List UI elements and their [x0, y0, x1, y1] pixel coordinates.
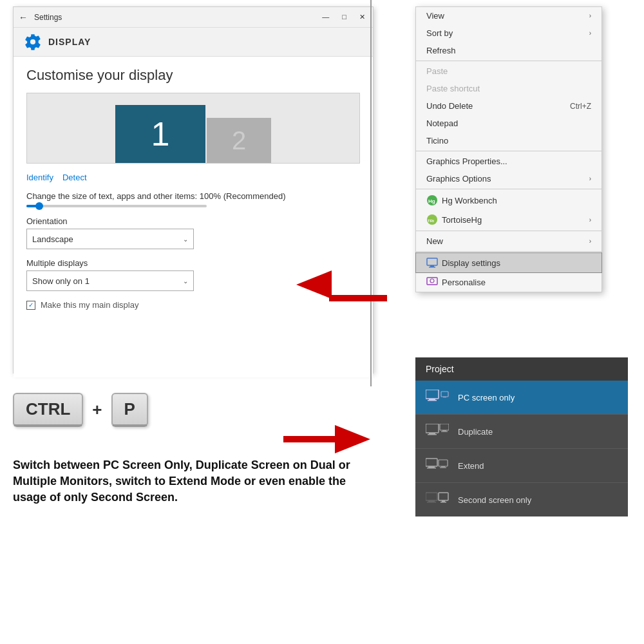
close-button[interactable]: ✕: [357, 13, 368, 21]
red-arrow-left: [296, 270, 387, 301]
ctrl-key: CTRL: [13, 393, 83, 427]
window-title: Settings: [34, 13, 319, 22]
context-menu-view[interactable]: View ›: [416, 7, 601, 24]
gear-icon: [24, 33, 42, 51]
arrow-icon: ›: [589, 216, 591, 223]
extend-icon: [426, 458, 449, 473]
monitor-2[interactable]: 2: [207, 118, 271, 163]
svg-rect-15: [429, 433, 435, 434]
main-display-label: Make this my main display: [41, 300, 138, 310]
divider-line: [370, 0, 372, 386]
svg-rect-6: [429, 267, 435, 268]
display-icon: [426, 257, 438, 269]
project-second-screen-only[interactable]: Second screen only: [415, 483, 628, 516]
title-bar: ← Settings — □ ✕: [14, 7, 373, 28]
svg-point-8: [430, 279, 434, 283]
chevron-down-icon-2: ⌄: [183, 278, 188, 285]
context-menu-paste: Paste: [416, 62, 601, 80]
svg-text:Hg: Hg: [428, 198, 435, 204]
pc-screen-icon: [426, 390, 449, 405]
maximize-button[interactable]: □: [339, 13, 349, 21]
svg-rect-23: [439, 460, 448, 466]
context-menu-sort-by[interactable]: Sort by ›: [416, 24, 601, 42]
keyboard-shortcut-section: CTRL + P: [13, 393, 148, 427]
svg-rect-11: [428, 400, 437, 401]
svg-text:TRt: TRt: [428, 219, 434, 223]
identify-link[interactable]: Identify: [26, 173, 53, 182]
multiple-displays-value: Show only on 1: [32, 276, 90, 286]
arrow-icon: ›: [589, 30, 591, 37]
context-menu-hg-workbench[interactable]: Hg Hg Workbench: [416, 191, 601, 210]
back-button[interactable]: ←: [19, 12, 28, 23]
context-menu: View › Sort by › Refresh Paste Paste sho…: [415, 6, 602, 292]
svg-rect-22: [427, 468, 436, 469]
project-panel-header: Project: [415, 357, 628, 381]
svg-rect-14: [426, 424, 439, 433]
separator-1: [416, 61, 601, 61]
svg-rect-20: [426, 459, 437, 466]
pc-screen-only-label: PC screen only: [458, 393, 515, 402]
svg-rect-10: [429, 399, 435, 400]
duplicate-icon: [426, 424, 449, 439]
context-menu-graphics-properties[interactable]: Graphics Properties...: [416, 153, 601, 170]
multiple-displays-dropdown[interactable]: Show only on 1 ⌄: [26, 270, 194, 291]
svg-rect-17: [440, 424, 449, 430]
svg-rect-21: [428, 466, 435, 468]
settings-section-label: DISPLAY: [48, 37, 91, 47]
multiple-displays-label: Multiple displays: [26, 258, 360, 268]
svg-rect-27: [428, 500, 435, 502]
svg-rect-31: [440, 502, 446, 503]
slider-thumb[interactable]: [35, 202, 43, 210]
orientation-dropdown[interactable]: Landscape ⌄: [26, 229, 194, 249]
monitor-1[interactable]: 1: [115, 105, 205, 163]
slider-track: [26, 205, 207, 207]
identify-detect-row: Identify Detect: [26, 173, 360, 182]
separator-4: [416, 231, 601, 231]
svg-rect-18: [442, 430, 446, 431]
orientation-value: Landscape: [32, 234, 73, 244]
svg-rect-30: [442, 500, 445, 502]
hg-icon: Hg: [426, 194, 438, 206]
project-extend[interactable]: Extend: [415, 449, 628, 482]
context-menu-refresh[interactable]: Refresh: [416, 42, 601, 59]
context-menu-display-settings[interactable]: Display settings: [416, 253, 601, 272]
page-title: Customise your display: [26, 67, 360, 84]
extend-label: Extend: [458, 461, 484, 471]
description-text: Switch between PC Screen Only, Duplicate…: [13, 457, 361, 506]
context-menu-new[interactable]: New ›: [416, 232, 601, 250]
arrow-icon: ›: [589, 12, 591, 19]
separator-3: [416, 189, 601, 189]
change-size-label: Change the size of text, apps and other …: [26, 191, 360, 201]
personalise-icon: [426, 276, 438, 288]
svg-rect-24: [441, 466, 445, 468]
arrow-icon: ›: [589, 238, 591, 245]
context-menu-ticino[interactable]: Ticino: [416, 132, 601, 149]
second-screen-only-label: Second screen only: [458, 495, 531, 505]
detect-link[interactable]: Detect: [62, 173, 87, 182]
size-slider[interactable]: [26, 205, 360, 207]
settings-window: ← Settings — □ ✕ DISPLAY Customise your …: [13, 6, 374, 374]
svg-rect-29: [439, 493, 448, 500]
second-screen-icon: [426, 492, 449, 507]
context-menu-graphics-options[interactable]: Graphics Options ›: [416, 170, 601, 187]
context-menu-undo-delete[interactable]: Undo Delete Ctrl+Z: [416, 97, 601, 115]
separator-2: [416, 151, 601, 151]
svg-rect-25: [440, 468, 446, 468]
minimize-button[interactable]: —: [319, 13, 332, 21]
project-duplicate[interactable]: Duplicate: [415, 415, 628, 448]
context-menu-tortoisehg[interactable]: TRt TortoiseHg ›: [416, 210, 601, 229]
project-panel: Project PC screen only Duplicate: [415, 357, 628, 516]
project-pc-screen-only[interactable]: PC screen only: [415, 381, 628, 414]
settings-body: Customise your display 1 2 Identify Dete…: [14, 57, 373, 377]
main-display-checkbox-row[interactable]: ✓ Make this my main display: [26, 300, 360, 310]
context-menu-personalise[interactable]: Personalise: [416, 272, 601, 292]
settings-header: DISPLAY: [14, 28, 373, 57]
svg-rect-12: [441, 392, 448, 397]
svg-rect-9: [426, 390, 439, 399]
window-controls: — □ ✕: [319, 13, 368, 21]
red-arrow-right: [283, 425, 370, 453]
context-menu-notepad[interactable]: Notepad: [416, 115, 601, 132]
checkbox-icon[interactable]: ✓: [26, 301, 35, 310]
svg-rect-16: [428, 434, 437, 435]
context-menu-paste-shortcut: Paste shortcut: [416, 80, 601, 97]
